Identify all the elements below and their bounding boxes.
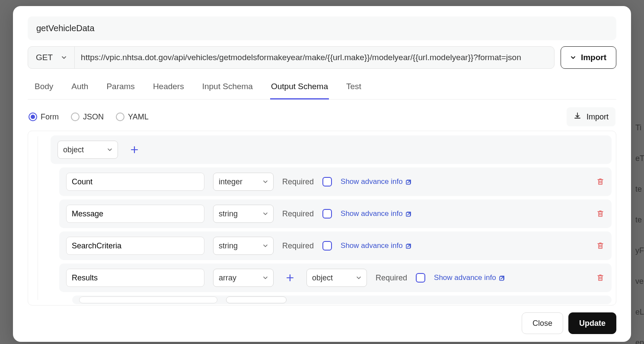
close-button[interactable]: Close [522, 312, 563, 334]
endpoint-name-field[interactable]: getVehicleData [28, 16, 616, 40]
field-type-select[interactable]: string [213, 205, 274, 223]
external-link-icon [405, 210, 412, 217]
field-name-input[interactable] [66, 269, 204, 287]
schema-field-row: array object Required Show advance info [59, 264, 612, 292]
radio-icon [71, 113, 80, 121]
field-type-select[interactable]: integer [213, 173, 274, 191]
chevron-down-icon [356, 275, 361, 280]
tab-bar: Body Auth Params Headers Input Schema Ou… [28, 77, 616, 100]
format-radio-json[interactable]: JSON [71, 113, 104, 122]
import-button[interactable]: Import [561, 46, 616, 69]
external-link-icon [499, 274, 506, 281]
http-method-value: GET [36, 53, 53, 62]
tab-test[interactable]: Test [345, 77, 362, 99]
required-checkbox[interactable] [322, 209, 332, 219]
field-type-select[interactable]: array [213, 269, 274, 287]
field-name-input[interactable] [66, 205, 204, 223]
schema-field-row: string Required Show advance info [59, 199, 612, 228]
tree-guide-line [38, 136, 38, 300]
field-type-select[interactable] [226, 296, 287, 303]
chevron-down-icon [263, 275, 268, 280]
delete-field-button[interactable] [596, 177, 605, 186]
schema-field-row: string Required Show advance info [59, 231, 612, 260]
required-label: Required [282, 241, 314, 251]
show-advance-link[interactable]: Show advance info [341, 209, 412, 218]
delete-field-button[interactable] [596, 209, 605, 218]
show-advance-link[interactable]: Show advance info [434, 273, 506, 282]
format-radio-form[interactable]: Form [29, 113, 59, 122]
field-type-select[interactable]: string [213, 237, 274, 255]
chevron-down-icon [571, 55, 576, 60]
add-field-button[interactable] [127, 142, 142, 158]
schema-editor[interactable]: object integer Required [28, 131, 616, 305]
api-editor-modal: getVehicleData GET Import Body Auth Para… [13, 6, 631, 342]
background-obscured-text: Ti eT te te yF ve eL ep [635, 0, 644, 344]
schema-field-row-partial [72, 296, 612, 304]
update-button[interactable]: Update [568, 312, 616, 334]
array-item-type-select[interactable]: object [306, 269, 367, 287]
required-label: Required [282, 177, 314, 186]
root-type-select[interactable]: object [57, 141, 118, 159]
chevron-down-icon [107, 147, 112, 152]
show-advance-link[interactable]: Show advance info [341, 177, 412, 186]
external-link-icon [405, 242, 412, 249]
radio-icon [29, 113, 37, 121]
download-icon [574, 112, 581, 122]
field-name-input[interactable] [79, 296, 217, 303]
radio-icon [116, 113, 124, 121]
tab-headers[interactable]: Headers [152, 77, 185, 99]
schema-root-row: object [51, 135, 612, 164]
format-radio-yaml[interactable]: YAML [116, 113, 149, 122]
tab-auth[interactable]: Auth [70, 77, 89, 99]
modal-footer: Close Update [28, 305, 616, 334]
required-checkbox[interactable] [416, 273, 425, 283]
schema-field-row: integer Required Show advance info [59, 167, 612, 196]
method-url-group: GET [28, 46, 555, 69]
field-name-input[interactable] [66, 237, 204, 255]
show-advance-link[interactable]: Show advance info [341, 241, 412, 250]
external-link-icon [405, 178, 412, 185]
tab-input-schema[interactable]: Input Schema [201, 77, 254, 99]
add-array-item-button[interactable] [282, 270, 298, 286]
chevron-down-icon [263, 211, 268, 216]
import-button-label: Import [581, 53, 606, 62]
chevron-down-icon [263, 243, 268, 248]
chevron-down-icon [263, 179, 268, 184]
http-method-select[interactable]: GET [28, 47, 75, 68]
delete-field-button[interactable] [596, 241, 605, 250]
required-checkbox[interactable] [322, 177, 332, 186]
required-label: Required [376, 273, 407, 283]
tab-output-schema[interactable]: Output Schema [270, 77, 329, 100]
field-name-input[interactable] [66, 173, 204, 191]
required-checkbox[interactable] [322, 241, 332, 251]
tab-params[interactable]: Params [105, 77, 135, 99]
format-radio-group: Form JSON YAML [29, 113, 149, 122]
chevron-down-icon [61, 55, 67, 60]
tab-body[interactable]: Body [34, 77, 54, 99]
delete-field-button[interactable] [596, 273, 605, 282]
url-input[interactable] [75, 47, 554, 68]
required-label: Required [282, 209, 314, 219]
schema-import-button[interactable]: Import [567, 107, 615, 126]
